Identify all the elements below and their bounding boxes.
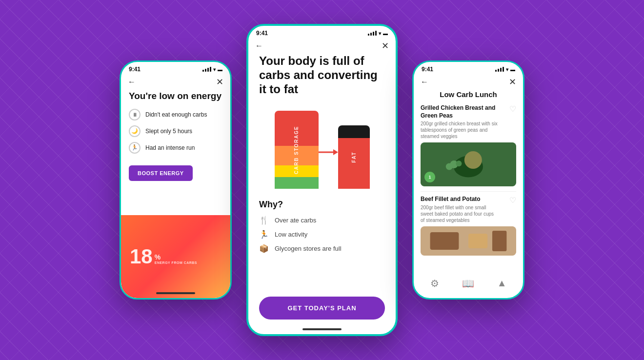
meal-info-1: Beef Fillet and Potato 200gr beef fillet… — [421, 196, 499, 223]
reason-icon-1: 🌙 — [129, 125, 141, 137]
page-title-left: You're low on energy — [129, 90, 222, 102]
signal-bar-c3 — [373, 32, 374, 36]
meal-desc-0: 200gr grilled chicken breast with six ta… — [421, 120, 499, 140]
why-icon-1: 🏃 — [259, 230, 269, 239]
carb-label: CARB STORAGE — [275, 111, 319, 189]
status-icons-right: ▾ ▬ — [495, 67, 515, 72]
screen-title-right: Low Carb Lunch — [421, 90, 516, 99]
nav-bar-right: ← ✕ — [414, 75, 523, 90]
back-arrow-right[interactable]: ← — [421, 78, 428, 86]
book-icon[interactable]: 📖 — [462, 278, 474, 289]
signal-bar-c4 — [375, 31, 377, 36]
status-bar-center: 9:41 ▾ ▬ — [248, 26, 396, 39]
fat-label-text: FAT — [351, 152, 357, 163]
divider-0 — [421, 191, 516, 192]
close-btn-right[interactable]: ✕ — [509, 77, 516, 87]
heart-icon-0[interactable]: ♡ — [509, 104, 516, 114]
meal-svg-0 — [421, 142, 516, 186]
meal-item-0: Grilled Chicken Breast and Green Peas 20… — [421, 104, 516, 140]
meal-item-1: Beef Fillet and Potato 200gr beef fillet… — [421, 196, 516, 223]
back-arrow-center[interactable]: ← — [255, 41, 263, 50]
wifi-icon-left: ▾ — [213, 67, 216, 72]
energy-label-side: % ENERGY FROM CARBS — [155, 253, 197, 264]
status-icons-center: ▾ ▬ — [368, 31, 388, 36]
fat-bar: FAT — [338, 125, 370, 189]
reason-icon-2: 🏃 — [129, 142, 141, 154]
heart-icon-1[interactable]: ♡ — [509, 196, 516, 205]
signal-bar-r3 — [500, 68, 502, 72]
carb-label-text: CARB STORAGE — [294, 126, 299, 174]
why-title: Why? — [259, 200, 385, 210]
signal-bars-right — [495, 67, 504, 72]
why-icon-0: 🍴 — [259, 216, 269, 225]
svg-point-5 — [446, 163, 453, 170]
reason-item-0: ⏸ Didn't eat enough carbs — [129, 109, 222, 120]
phones-container: 9:41 ▾ ▬ ← ✕ You're low on energy ⏸ — [120, 24, 524, 336]
carb-arrow — [319, 145, 338, 160]
why-item-1: 🏃 Low activity — [259, 230, 385, 239]
signal-bar-c2 — [370, 33, 372, 36]
cta-button[interactable]: GET TODAY'S PLAN — [259, 297, 385, 320]
time-center: 9:41 — [256, 30, 268, 37]
reason-icon-0: ⏸ — [129, 109, 141, 120]
energy-label: ENERGY FROM CARBS — [155, 261, 197, 264]
signal-bar-3 — [207, 68, 209, 72]
signal-bar-1 — [202, 70, 204, 72]
meal-image-1 — [421, 226, 516, 256]
why-text-2: Glycogen stores are full — [275, 245, 342, 252]
wifi-icon-center: ▾ — [379, 31, 381, 36]
meal-name-0: Grilled Chicken Breast and Green Peas — [421, 104, 499, 120]
mountain-icon[interactable]: ▲ — [497, 278, 507, 289]
meal-image-0: 1 — [421, 142, 516, 186]
carb-chart: CARB STORAGE FAT — [259, 106, 385, 189]
boost-energy-button[interactable]: BOOST ENERGY — [129, 165, 193, 181]
home-indicator-center — [302, 328, 342, 330]
svg-point-2 — [464, 151, 482, 169]
why-text-1: Low activity — [275, 231, 307, 238]
meal-info-0: Grilled Chicken Breast and Green Peas 20… — [421, 104, 499, 140]
why-item-0: 🍴 Over ate carbs — [259, 216, 385, 225]
signal-bar-r4 — [503, 67, 504, 72]
svg-rect-8 — [468, 234, 487, 248]
reason-item-2: 🏃 Had an intense run — [129, 142, 222, 154]
battery-icon-left: ▬ — [218, 67, 222, 72]
nav-bar-left: ← ✕ — [121, 75, 230, 90]
signal-bars-center — [368, 31, 377, 36]
signal-bar-2 — [205, 69, 206, 72]
signal-bar-r1 — [495, 70, 497, 72]
carb-storage-col: CARB STORAGE — [275, 111, 319, 189]
signal-bar-r2 — [498, 69, 499, 72]
reason-text-2: Had an intense run — [145, 144, 195, 151]
close-btn-left[interactable]: ✕ — [216, 77, 223, 87]
reason-text-0: Didn't eat enough carbs — [145, 111, 207, 118]
energy-pct: % — [155, 253, 197, 261]
wifi-icon-right: ▾ — [506, 67, 508, 72]
phone-center: 9:41 ▾ ▬ ← ✕ Your body is full of carbs … — [246, 24, 398, 336]
status-bar-left: 9:41 ▾ ▬ — [121, 62, 230, 75]
energy-gauge: 18 % ENERGY FROM CARBS — [121, 215, 230, 298]
center-title: Your body is full of carbs and convertin… — [259, 54, 385, 96]
meal-name-1: Beef Fillet and Potato — [421, 196, 499, 203]
why-icon-2: 📦 — [259, 244, 269, 253]
time-right: 9:41 — [422, 66, 433, 73]
phone-right: 9:41 ▾ ▬ ← ✕ Low Carb Lunch — [412, 60, 524, 300]
center-content: Your body is full of carbs and convertin… — [248, 54, 396, 253]
battery-icon-center: ▬ — [383, 31, 388, 36]
reason-item-1: 🌙 Slept only 5 hours — [129, 125, 222, 137]
close-btn-center[interactable]: ✕ — [382, 40, 389, 51]
signal-bar-c1 — [368, 34, 369, 36]
fat-label: FAT — [338, 125, 370, 189]
battery-icon-right: ▬ — [510, 67, 515, 72]
left-content: You're low on energy ⏸ Didn't eat enough… — [121, 90, 230, 181]
status-bar-right: 9:41 ▾ ▬ — [414, 62, 523, 75]
settings-icon[interactable]: ⚙ — [430, 278, 439, 289]
carb-bar: CARB STORAGE — [275, 111, 319, 189]
status-icons-left: ▾ ▬ — [202, 67, 222, 72]
svg-rect-7 — [430, 232, 459, 250]
back-arrow-left[interactable]: ← — [128, 78, 136, 86]
why-item-2: 📦 Glycogen stores are full — [259, 244, 385, 253]
energy-number: 18 — [130, 246, 153, 267]
meal-svg-1 — [421, 226, 516, 256]
phone-left: 9:41 ▾ ▬ ← ✕ You're low on energy ⏸ — [120, 60, 232, 300]
meal-desc-1: 200gr beef fillet with one small sweet b… — [421, 204, 499, 223]
